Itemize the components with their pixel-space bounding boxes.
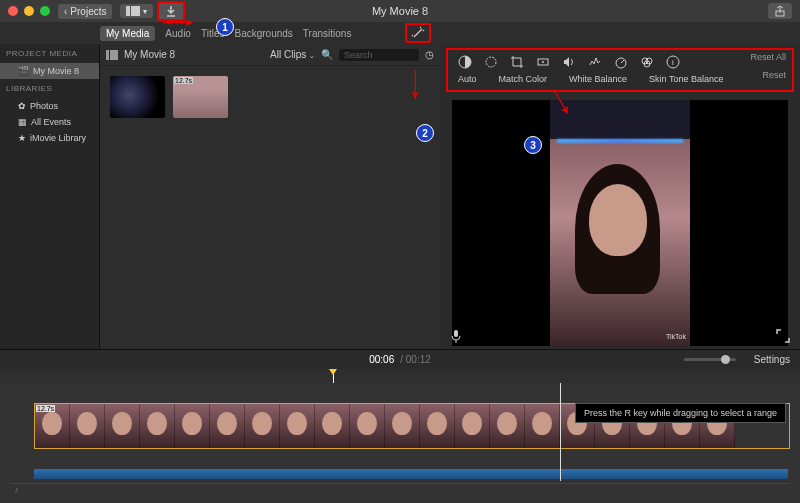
info-icon[interactable]: i (666, 55, 680, 69)
preview-video: TikTok (550, 100, 690, 346)
tab-transitions[interactable]: Transitions (303, 28, 352, 39)
media-thumbnails (100, 66, 440, 128)
voiceover-button[interactable] (450, 329, 462, 343)
sidebar-item-photos[interactable]: ✿ Photos (0, 98, 99, 114)
titlebar: ‹ Projects ▾ My Movie 8 (0, 0, 800, 22)
svg-point-8 (542, 61, 544, 63)
fullscreen-button[interactable] (776, 329, 790, 343)
inspector-tab-match-color[interactable]: Match Color (499, 74, 548, 84)
svg-point-6 (486, 57, 496, 67)
zoom-slider[interactable] (684, 358, 736, 361)
media-clip-2[interactable] (173, 76, 228, 118)
sidebar-project-item[interactable]: 🎬 My Movie 8 (0, 63, 99, 79)
minimize-window[interactable] (24, 6, 34, 16)
music-track[interactable]: ♪ (10, 483, 790, 499)
duration-time: 00:12 (406, 354, 431, 365)
library-icon: ★ (18, 133, 26, 143)
enhance-wand-button[interactable] (405, 23, 431, 43)
current-time: 00:06 (369, 354, 394, 365)
inspector-tab-auto[interactable]: Auto (458, 74, 477, 84)
volume-icon[interactable] (562, 55, 576, 69)
sidebar-project-label: My Movie 8 (33, 66, 79, 76)
sidebar-header-libraries: LIBRARIES (0, 79, 99, 98)
watermark: TikTok (666, 333, 686, 340)
zoom-window[interactable] (40, 6, 50, 16)
sidebar-header-project-media: PROJECT MEDIA (0, 44, 99, 63)
speed-icon[interactable] (614, 55, 628, 69)
color-correction-icon[interactable] (484, 55, 498, 69)
clock-icon[interactable]: ◷ (425, 49, 434, 60)
svg-rect-0 (126, 6, 130, 16)
sidebar-item-all-events[interactable]: ▦ All Events (0, 114, 99, 130)
list-view-icon[interactable] (106, 50, 118, 60)
reset-button[interactable]: Reset (762, 70, 786, 80)
svg-rect-4 (110, 50, 118, 60)
reset-all-button[interactable]: Reset All (750, 52, 786, 62)
timeline-ruler[interactable] (0, 369, 800, 383)
preview-panel: Reset All Reset i Auto Match Color White… (440, 44, 800, 349)
range-tooltip: Press the R key while dragging to select… (575, 403, 786, 423)
window-controls (8, 6, 50, 16)
projects-back-button[interactable]: ‹ Projects (58, 4, 112, 19)
inspector-icon-row: i (452, 52, 788, 72)
chevron-left-icon: ‹ (64, 6, 67, 17)
timeline[interactable]: Press the R key while dragging to select… (0, 369, 800, 503)
projects-label: Projects (70, 6, 106, 17)
sidebar-label: All Events (31, 117, 71, 127)
window-title: My Movie 8 (372, 5, 428, 17)
library-view-button[interactable]: ▾ (120, 4, 153, 18)
sidebar-label: Photos (30, 101, 58, 111)
tab-my-media[interactable]: My Media (100, 26, 155, 41)
fullscreen-icon (776, 329, 790, 343)
events-icon: ▦ (18, 117, 27, 127)
settings-button[interactable]: Settings (754, 354, 790, 365)
ruler-playhead[interactable] (333, 369, 334, 383)
media-clip-1[interactable] (110, 76, 165, 118)
clapper-icon: 🎬 (18, 66, 29, 76)
color-balance-icon[interactable] (458, 55, 472, 69)
stabilization-icon[interactable] (536, 55, 550, 69)
magic-wand-icon (411, 26, 425, 40)
svg-rect-1 (131, 6, 140, 16)
tab-backgrounds[interactable]: Backgrounds (234, 28, 292, 39)
media-browser: My Movie 8 All Clips ⌄ 🔍 Search ◷ (100, 44, 440, 349)
media-title: My Movie 8 (124, 49, 175, 60)
sidebar: PROJECT MEDIA 🎬 My Movie 8 LIBRARIES ✿ P… (0, 44, 100, 349)
filter-icon[interactable] (640, 55, 654, 69)
inspector-subtabs: Auto Match Color White Balance Skin Tone… (452, 72, 788, 86)
media-browser-header: My Movie 8 All Clips ⌄ 🔍 Search ◷ (100, 44, 440, 66)
noise-reduction-icon[interactable] (588, 55, 602, 69)
preview-viewport[interactable]: TikTok (452, 100, 788, 346)
import-button[interactable] (157, 1, 185, 21)
share-button[interactable] (768, 3, 792, 19)
annotation-badge-1: 1 (216, 18, 234, 36)
filter-dropdown[interactable]: All Clips ⌄ (270, 49, 315, 60)
tab-audio[interactable]: Audio (165, 28, 191, 39)
media-tabs: My Media Audio Titles Backgrounds Transi… (0, 22, 800, 44)
close-window[interactable] (8, 6, 18, 16)
timeline-playhead[interactable] (560, 383, 561, 481)
timeline-audio-waveform[interactable] (34, 469, 788, 479)
svg-rect-15 (454, 330, 458, 337)
sidebar-label: iMovie Library (30, 133, 86, 143)
share-icon (774, 5, 786, 17)
search-input[interactable]: Search (339, 49, 419, 61)
annotation-badge-2: 2 (416, 124, 434, 142)
svg-rect-3 (106, 50, 109, 60)
photos-icon: ✿ (18, 101, 26, 111)
inspector-panel: i Auto Match Color White Balance Skin To… (446, 48, 794, 92)
import-arrow-icon (165, 5, 177, 17)
svg-text:i: i (672, 58, 674, 67)
annotation-badge-3: 3 (524, 136, 542, 154)
microphone-icon (450, 329, 462, 343)
timecode-row: 00:06 / 00:12 Settings (0, 349, 800, 369)
crop-icon[interactable] (510, 55, 524, 69)
inspector-tab-skin-tone[interactable]: Skin Tone Balance (649, 74, 723, 84)
sidebar-item-imovie-library[interactable]: ★ iMovie Library (0, 130, 99, 146)
inspector-tab-white-balance[interactable]: White Balance (569, 74, 627, 84)
